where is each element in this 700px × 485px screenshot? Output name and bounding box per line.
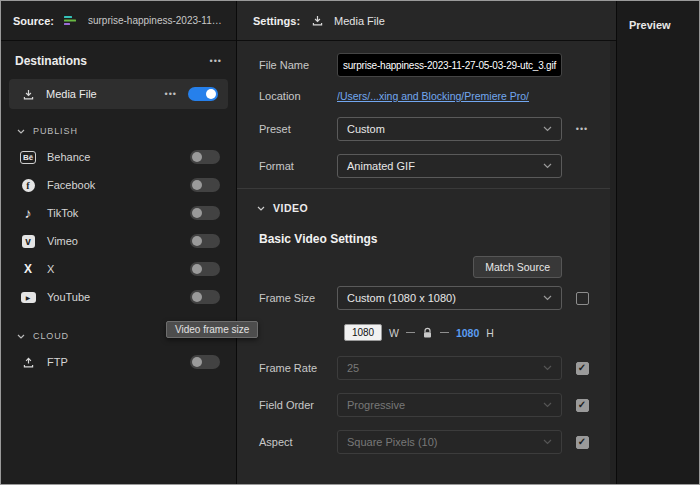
format-label: Format (259, 160, 337, 172)
sidebar-item-facebook[interactable]: f Facebook (1, 171, 236, 199)
settings-panel: Settings: Media File File Name surprise-… (237, 1, 617, 484)
sidebar-item-x[interactable]: X X (1, 255, 236, 283)
preset-more-button[interactable]: ••• (576, 124, 588, 134)
toggle-knob (192, 152, 202, 162)
format-row: Format Animated GIF (237, 154, 616, 178)
match-source-button[interactable]: Match Source (473, 256, 562, 278)
publish-section-label: PUBLISH (33, 126, 78, 136)
field-order-row: Field Order Progressive ✓ (237, 393, 616, 417)
lock-link-icon[interactable] (422, 327, 433, 339)
format-dropdown[interactable]: Animated GIF (337, 154, 562, 178)
ftp-upload-icon (19, 353, 37, 371)
chevron-down-icon (543, 126, 552, 132)
facebook-toggle[interactable] (190, 178, 220, 192)
frame-size-checkbox[interactable] (576, 292, 589, 305)
toggle-knob (192, 264, 202, 274)
aspect-dropdown[interactable]: Square Pixels (10) (337, 430, 562, 454)
chevron-down-icon (543, 163, 552, 169)
scrollbar[interactable] (610, 41, 616, 484)
settings-label: Settings: (253, 15, 300, 27)
video-section-header[interactable]: VIDEO (237, 189, 616, 216)
sidebar-item-media-file[interactable]: Media File ••• (9, 79, 228, 109)
chevron-down-icon (257, 206, 265, 211)
x-toggle[interactable] (190, 262, 220, 276)
vimeo-toggle[interactable] (190, 234, 220, 248)
settings-bar: Settings: Media File (237, 1, 616, 41)
media-file-download-icon (308, 12, 326, 30)
sidebar-item-ftp[interactable]: FTP (1, 348, 236, 376)
sidebar-item-tiktok[interactable]: ♪ TikTok (1, 199, 236, 227)
behance-toggle[interactable] (190, 150, 220, 164)
width-input[interactable] (344, 324, 382, 341)
sidebar-item-behance[interactable]: Bē Behance (1, 143, 236, 171)
frame-rate-checkbox[interactable]: ✓ (576, 362, 589, 375)
source-clip-name: surprise-happiness-2023-11-27-05-03... (88, 15, 224, 26)
frame-size-row: Frame Size Custom (1080 x 1080) (237, 286, 616, 310)
frame-size-label: Frame Size (259, 292, 337, 304)
dimensions-row: W 1080 H (237, 324, 616, 341)
x-icon: X (19, 260, 37, 278)
section-publish[interactable]: PUBLISH (1, 111, 236, 143)
dash-line (440, 332, 449, 333)
video-section-label: VIDEO (273, 202, 308, 214)
youtube-icon: ▶ (19, 288, 37, 306)
basic-video-settings-title: Basic Video Settings (237, 216, 616, 250)
aspect-label: Aspect (259, 436, 337, 448)
toggle-knob (192, 292, 202, 302)
file-name-row: File Name surprise-happiness-2023-11-27-… (237, 53, 616, 77)
toggle-knob (192, 236, 202, 246)
preset-dropdown[interactable]: Custom (337, 117, 562, 141)
height-unit-label: H (486, 327, 494, 339)
destinations-menu-button[interactable]: ••• (210, 56, 222, 66)
aspect-checkbox[interactable]: ✓ (576, 436, 589, 449)
location-label: Location (259, 90, 337, 102)
export-dialog: Source: surprise-happiness-2023-11-27-05… (0, 0, 700, 485)
frame-rate-label: Frame Rate (259, 362, 337, 374)
preview-title: Preview (629, 19, 671, 31)
toggle-knob (192, 357, 202, 367)
location-row: Location /Users/...xing and Blocking/Pre… (237, 90, 616, 102)
width-unit-label: W (389, 327, 399, 339)
chevron-down-icon (17, 129, 25, 134)
frame-rate-row: Frame Rate 25 ✓ (237, 356, 616, 380)
source-bar: Source: surprise-happiness-2023-11-27-05… (1, 1, 236, 41)
height-value[interactable]: 1080 (456, 327, 479, 339)
file-name-field[interactable]: surprise-happiness-2023-11-27-05-03-29-u… (337, 53, 562, 77)
match-source-row: Match Source (237, 256, 616, 278)
media-file-toggle[interactable] (188, 87, 218, 101)
destinations-header: Destinations ••• (1, 41, 236, 76)
sequence-icon (62, 12, 80, 30)
field-order-dropdown[interactable]: Progressive (337, 393, 562, 417)
frame-size-tooltip: Video frame size (166, 321, 258, 338)
media-file-download-icon (19, 85, 37, 103)
frame-rate-dropdown[interactable]: 25 (337, 356, 562, 380)
destinations-panel: Source: surprise-happiness-2023-11-27-05… (1, 1, 237, 484)
chevron-down-icon (543, 365, 552, 371)
ftp-toggle[interactable] (190, 355, 220, 369)
location-link[interactable]: /Users/...xing and Blocking/Premiere Pro… (337, 90, 529, 102)
preset-label: Preset (259, 123, 337, 135)
dash-line (406, 332, 415, 333)
media-file-menu-button[interactable]: ••• (165, 89, 177, 99)
preset-row: Preset Custom ••• (237, 117, 616, 141)
chevron-down-icon (543, 402, 552, 408)
source-label: Source: (13, 15, 54, 27)
field-order-label: Field Order (259, 399, 337, 411)
tiktok-toggle[interactable] (190, 206, 220, 220)
chevron-down-icon (543, 439, 552, 445)
facebook-icon: f (19, 176, 37, 194)
youtube-toggle[interactable] (190, 290, 220, 304)
chevron-down-icon (543, 295, 552, 301)
field-order-checkbox[interactable]: ✓ (576, 399, 589, 412)
aspect-row: Aspect Square Pixels (10) ✓ (237, 430, 616, 454)
sidebar-item-youtube[interactable]: ▶ YouTube (1, 283, 236, 311)
frame-size-dropdown[interactable]: Custom (1080 x 1080) (337, 286, 562, 310)
toggle-knob (206, 89, 216, 99)
settings-form: File Name surprise-happiness-2023-11-27-… (237, 41, 616, 484)
file-name-label: File Name (259, 59, 337, 71)
preview-panel: Preview (617, 1, 700, 484)
vimeo-icon: v (19, 232, 37, 250)
sidebar-item-vimeo[interactable]: v Vimeo (1, 227, 236, 255)
toggle-knob (192, 180, 202, 190)
settings-destination: Media File (334, 15, 385, 27)
